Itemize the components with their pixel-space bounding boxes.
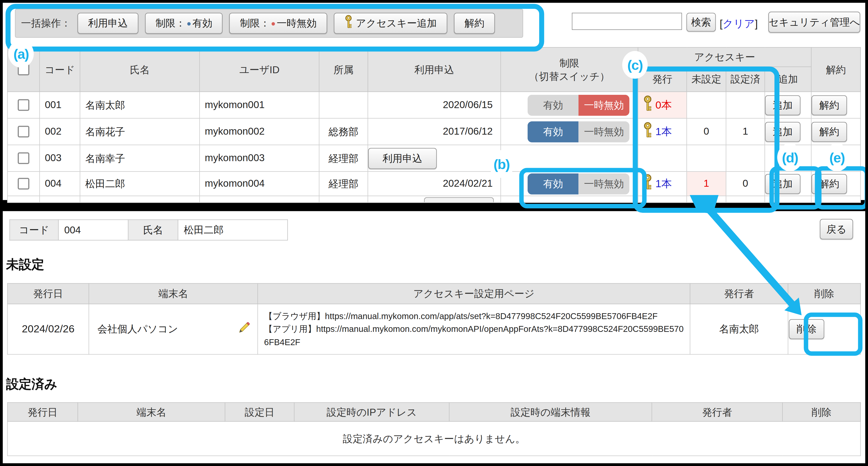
- unset-issuer: 名南太郎: [690, 304, 788, 354]
- cancel-button[interactable]: 解約: [811, 174, 847, 194]
- annotation-d: (d): [777, 143, 803, 171]
- row-checkbox[interactable]: [18, 99, 29, 111]
- bulk-restrict-disable-button[interactable]: 制限：●一時無効: [229, 13, 327, 34]
- issued-count-link[interactable]: 1本: [655, 176, 672, 191]
- table-row-partial: [7, 196, 860, 202]
- search-input[interactable]: [572, 13, 682, 30]
- cell-code: 003: [39, 145, 80, 172]
- set-header-delete: 削除: [782, 403, 860, 421]
- cancel-button[interactable]: 解約: [811, 95, 847, 115]
- cell-unset-count: [687, 92, 726, 118]
- unset-header-setup-page: アクセスキー設定用ページ: [258, 284, 690, 304]
- cell-dept: 経理部: [319, 145, 368, 172]
- cell-apply-date: 2020/06/15: [368, 92, 501, 118]
- cell-setdone-count: [726, 92, 765, 118]
- partial-apply-button: [424, 197, 494, 202]
- col-header-access-key: アクセスキー: [638, 48, 811, 67]
- pencil-icon[interactable]: [238, 321, 250, 337]
- cell-name: 松田二郎: [80, 172, 199, 196]
- detail-name-label: 氏名: [128, 220, 178, 240]
- back-button[interactable]: 戻る: [820, 219, 853, 239]
- search-button[interactable]: 検索: [686, 13, 716, 32]
- set-section-title: 設定済み: [6, 376, 57, 393]
- col-header-code: コード: [39, 48, 80, 92]
- row-checkbox[interactable]: [18, 126, 29, 138]
- cell-setdone-count: 0: [726, 172, 765, 196]
- bulk-action-toolbar: 一括操作： 利用申込 制限：●有効 制限：●一時無効 アクセスキー追加 解約: [15, 9, 523, 37]
- apply-button[interactable]: 利用申込: [368, 148, 437, 169]
- delete-button[interactable]: 削除: [789, 319, 824, 339]
- restriction-toggle[interactable]: 有効 一時無効: [528, 94, 629, 116]
- col-header-restriction: 制限 （切替スイッチ）: [501, 48, 638, 92]
- set-header-device-info: 設定時の端末情報: [450, 403, 652, 421]
- empty-message: 設定済みのアクセスキーはありません。: [7, 421, 860, 456]
- unset-table: 発行日 端末名 アクセスキー設定用ページ 発行者 削除 2024/02/26 会…: [7, 283, 861, 355]
- unset-table-row: 2024/02/26 会社個人パソコン 【ブラウザ用】https://manua…: [7, 304, 860, 354]
- clear-link[interactable]: クリア: [722, 18, 755, 29]
- device-name: 会社個人パソコン: [97, 323, 178, 336]
- annotation-e: (e): [824, 143, 850, 171]
- cell-unset-count: 1: [687, 172, 726, 196]
- set-header-device: 端末名: [78, 403, 225, 421]
- annotation-c: (c): [622, 51, 648, 79]
- cell-apply-date: 2024/02/21: [368, 172, 501, 196]
- key-icon: [643, 174, 653, 193]
- unset-header-issuer: 発行者: [690, 284, 788, 304]
- detail-user-summary: コード 004 氏名 松田二郎: [9, 220, 288, 240]
- issued-count-link[interactable]: 1本: [655, 124, 672, 139]
- bulk-restrict-enable-button[interactable]: 制限：●有効: [145, 13, 223, 34]
- set-header-issue-date: 発行日: [7, 403, 78, 421]
- access-key-setup-urls: 【ブラウザ用】https://manual.mykomon.com/app/at…: [258, 307, 689, 352]
- unset-issue-date: 2024/02/26: [7, 304, 89, 354]
- cell-userid: mykomon001: [199, 92, 319, 118]
- bulk-action-label: 一括操作：: [21, 17, 71, 30]
- key-icon: [344, 14, 353, 32]
- cell-code: 001: [39, 92, 80, 118]
- col-header-userid: ユーザID: [199, 48, 319, 92]
- cell-dept: 経理部: [319, 172, 368, 196]
- screenshot-root: 一括操作： 利用申込 制限：●有効 制限：●一時無効 アクセスキー追加 解約 検…: [0, 0, 868, 466]
- col-header-add: 追加: [765, 67, 811, 92]
- col-header-name: 氏名: [80, 48, 199, 92]
- add-key-button[interactable]: 追加: [765, 122, 800, 142]
- bulk-apply-button[interactable]: 利用申込: [78, 13, 138, 34]
- set-header-issuer: 発行者: [652, 403, 782, 421]
- issued-count: 0本: [655, 98, 672, 112]
- annotation-b: (b): [489, 150, 515, 178]
- restriction-toggle[interactable]: 有効 一時無効: [528, 173, 629, 194]
- cell-setdone-count: 1: [726, 118, 765, 145]
- red-dot-icon: ●: [271, 20, 276, 27]
- table-row-003: 003 名南幸子 mykomon003 経理部 利用申込: [7, 145, 860, 172]
- cell-name: 名南幸子: [80, 145, 199, 172]
- security-management-button[interactable]: セキュリティ管理へ: [768, 11, 860, 33]
- add-key-button[interactable]: 追加: [765, 174, 800, 194]
- restriction-toggle[interactable]: 有効 一時無効: [528, 121, 629, 142]
- detail-code-value: 004: [58, 220, 128, 240]
- row-checkbox[interactable]: [18, 152, 29, 164]
- table-row-002: 002 名南花子 mykomon002 総務部 2017/06/12 有効 一時…: [7, 118, 860, 145]
- clear-link-wrap: [クリア]: [719, 17, 757, 31]
- cancel-button[interactable]: 解約: [811, 122, 847, 142]
- add-key-button[interactable]: 追加: [765, 95, 800, 115]
- bulk-cancel-button[interactable]: 解約: [454, 13, 495, 34]
- cell-userid: mykomon003: [199, 145, 319, 172]
- bulk-add-access-key-button[interactable]: アクセスキー追加: [334, 13, 447, 34]
- key-icon: [643, 95, 653, 115]
- cell-code: 004: [39, 172, 80, 196]
- detail-name-value: 松田二郎: [178, 220, 288, 240]
- set-header-set-date: 設定日: [225, 403, 294, 421]
- cell-name: 名南花子: [80, 118, 199, 145]
- cell-userid: mykomon002: [199, 118, 319, 145]
- cell-dept: [319, 92, 368, 118]
- cell-userid: mykomon004: [199, 172, 319, 196]
- row-checkbox[interactable]: [18, 178, 29, 190]
- set-header-ip: 設定時のIPアドレス: [294, 403, 450, 421]
- table-row-004: 004 松田二郎 mykomon004 経理部 2024/02/21 有効 一時…: [7, 172, 860, 196]
- annotation-a: (a): [8, 40, 34, 67]
- key-icon: [643, 122, 653, 141]
- col-header-dept: 所属: [319, 48, 368, 92]
- unset-header-delete: 削除: [788, 284, 861, 304]
- unset-header-issue-date: 発行日: [7, 284, 89, 304]
- cell-unset-count: 0: [687, 118, 726, 145]
- col-header-setdone: 設定済: [726, 67, 765, 92]
